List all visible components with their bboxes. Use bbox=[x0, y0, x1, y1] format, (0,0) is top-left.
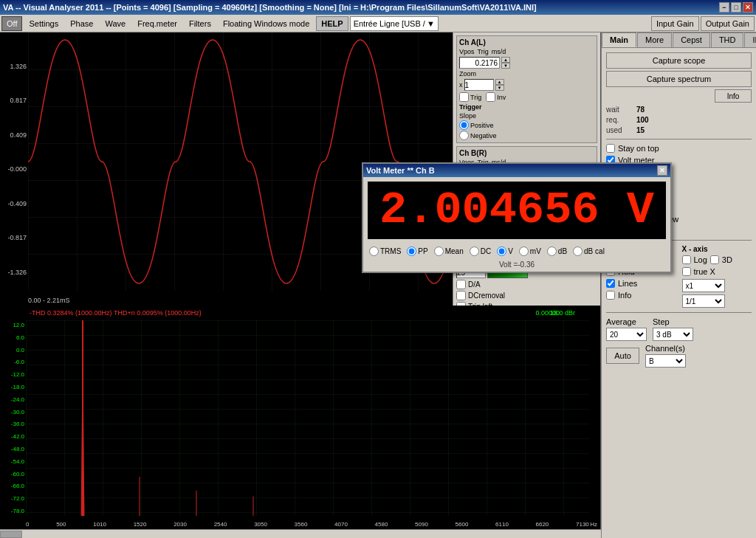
minimize-button[interactable]: − bbox=[719, 2, 729, 13]
dc-radio-input[interactable] bbox=[470, 246, 479, 256]
x-log-cb[interactable]: Log bbox=[682, 255, 707, 264]
x-3d-cb[interactable]: 3D bbox=[710, 255, 732, 264]
x-true-checkbox[interactable] bbox=[682, 267, 691, 276]
tab-imd[interactable]: IMD bbox=[744, 32, 756, 47]
spectrum-panel: -THD 0.3284% (1000.00Hz) THD+n 0.0095% (… bbox=[0, 306, 601, 529]
y-info-cb[interactable]: Info bbox=[606, 291, 676, 300]
close-button[interactable]: ✕ bbox=[743, 2, 753, 13]
x-ratio-select[interactable]: 1/1 bbox=[682, 294, 725, 308]
volt-meter-titlebar[interactable]: Volt Meter ** Ch B ✕ bbox=[363, 164, 670, 177]
ch-a-trig-checkbox[interactable] bbox=[459, 92, 469, 102]
ch-a-zoom-spin[interactable]: ▲ ▼ bbox=[495, 79, 504, 91]
tab-thd[interactable]: THD bbox=[711, 32, 744, 47]
used-label: used bbox=[606, 126, 632, 134]
ch-a-positive-input[interactable] bbox=[459, 120, 469, 130]
trms-radio-input[interactable] bbox=[369, 246, 379, 256]
dbcal-radio[interactable]: dB cal bbox=[573, 246, 605, 256]
v-radio[interactable]: V bbox=[497, 246, 513, 256]
da-checkbox[interactable] bbox=[456, 280, 466, 289]
ch-a-inv-checkbox[interactable] bbox=[486, 92, 495, 102]
v-radio-input[interactable] bbox=[497, 246, 506, 256]
ch-a-ms-down[interactable]: ▼ bbox=[501, 63, 510, 69]
y-lines-cb[interactable]: Lines bbox=[606, 279, 676, 288]
wave-button[interactable]: Wave bbox=[100, 16, 131, 31]
capture-scope-button[interactable]: Capture scope bbox=[606, 52, 752, 69]
auto-button[interactable]: Auto bbox=[606, 348, 639, 364]
ch-a-ms-spin[interactable]: ▲ ▼ bbox=[501, 57, 510, 69]
mean-radio[interactable]: Mean bbox=[434, 246, 464, 256]
input-gain-button[interactable]: Input Gain bbox=[651, 16, 699, 31]
capture-spectrum-button[interactable]: Capture spectrum bbox=[606, 71, 752, 87]
wait-value: 78 bbox=[636, 106, 645, 114]
x-true-cb[interactable]: true X bbox=[682, 267, 752, 276]
filters-button[interactable]: Filters bbox=[184, 16, 216, 31]
pp-radio[interactable]: PP bbox=[407, 246, 427, 256]
scroll-thumb[interactable] bbox=[0, 531, 22, 538]
spec-x-12: 6110 bbox=[495, 521, 509, 528]
channel-select[interactable]: B bbox=[645, 354, 686, 368]
stay-on-top-cb[interactable]: Stay on top bbox=[606, 144, 752, 153]
settings-button[interactable]: Settings bbox=[24, 16, 63, 31]
freq-meter-button[interactable]: Freq.meter bbox=[132, 16, 182, 31]
x-scale-select[interactable]: x1 bbox=[682, 279, 725, 292]
average-select[interactable]: 20 bbox=[606, 328, 647, 341]
spec-y-6: -24.0 bbox=[0, 396, 26, 403]
spec-y-13: -66.0 bbox=[0, 483, 26, 489]
x-axis-col: X - axis Log 3D true X bbox=[682, 245, 752, 308]
x-log-checkbox[interactable] bbox=[682, 255, 691, 264]
spec-x-2: 1010 bbox=[93, 521, 106, 528]
spec-y-8: -36.0 bbox=[0, 421, 26, 427]
ch-a-positive-radio[interactable]: Positive bbox=[459, 120, 594, 130]
step-select[interactable]: 3 dB bbox=[653, 328, 693, 341]
ch-a-zoom-up[interactable]: ▲ bbox=[495, 79, 504, 85]
ch-a-ms-up[interactable]: ▲ bbox=[501, 57, 510, 63]
ch-a-inv-cb[interactable]: Inv bbox=[486, 92, 506, 102]
maximize-button[interactable]: □ bbox=[731, 2, 741, 13]
ch-a-negative-radio[interactable]: Negative bbox=[459, 131, 594, 140]
output-gain-button[interactable]: Output Gain bbox=[701, 16, 755, 31]
wait-label: wait bbox=[606, 106, 632, 114]
phase-button[interactable]: Phase bbox=[65, 16, 98, 31]
off-button[interactable]: Off bbox=[1, 16, 22, 31]
spec-y-4: -12.0 bbox=[0, 371, 26, 378]
y-lines-checkbox[interactable] bbox=[606, 279, 615, 288]
dc-removal-cb[interactable]: DCremoval bbox=[456, 291, 597, 300]
mv-radio-input[interactable] bbox=[519, 246, 529, 256]
mv-radio[interactable]: mV bbox=[519, 246, 541, 256]
ch-a-zoom-down[interactable]: ▼ bbox=[495, 85, 504, 91]
y-info-checkbox[interactable] bbox=[606, 291, 615, 300]
tab-more[interactable]: More bbox=[637, 32, 672, 47]
help-button[interactable]: HELP bbox=[316, 16, 348, 31]
tab-main[interactable]: Main bbox=[602, 32, 636, 47]
floating-windows-button[interactable]: Floating Windows mode bbox=[218, 16, 315, 31]
x-3d-checkbox[interactable] bbox=[710, 255, 719, 264]
info-button[interactable]: Info bbox=[715, 89, 752, 103]
dbcal-radio-input[interactable] bbox=[573, 246, 583, 256]
volt-meter-close-button[interactable]: ✕ bbox=[657, 165, 667, 176]
stay-on-top-checkbox[interactable] bbox=[606, 144, 615, 153]
da-cb[interactable]: D/A bbox=[456, 280, 597, 289]
ch-a-zoom-input[interactable] bbox=[464, 79, 494, 91]
tab-cepst[interactable]: Cepst bbox=[673, 32, 710, 47]
ch-a-negative-input[interactable] bbox=[459, 131, 469, 140]
main-content: 1.326 0.817 0.409 -0.000 -0.409 -0.817 -… bbox=[0, 32, 756, 538]
input-dropdown[interactable]: Entrée Ligne [USB / ▼ bbox=[350, 16, 439, 31]
pp-radio-input[interactable] bbox=[407, 246, 416, 256]
db-radio-input[interactable] bbox=[547, 246, 557, 256]
left-area: 1.326 0.817 0.409 -0.000 -0.409 -0.817 -… bbox=[0, 32, 601, 538]
spec-x-11: 5600 bbox=[456, 521, 469, 528]
trms-radio[interactable]: TRMS bbox=[369, 246, 401, 256]
dc-removal-checkbox[interactable] bbox=[456, 291, 466, 300]
spec-y-5: -18.0 bbox=[0, 384, 26, 390]
bottom-scrollbar[interactable] bbox=[0, 529, 601, 538]
ch-a-trig-cb[interactable]: Trig bbox=[459, 92, 481, 102]
spec-x-3: 1520 bbox=[134, 521, 147, 528]
menu-bar: Off Settings Phase Wave Freq.meter Filte… bbox=[0, 15, 756, 32]
ch-a-zoom-label: Zoom bbox=[459, 70, 594, 77]
db-radio[interactable]: dB bbox=[547, 246, 567, 256]
ch-a-ms-input[interactable] bbox=[459, 57, 500, 69]
spectrum-chart bbox=[26, 320, 589, 516]
dropdown-arrow-icon[interactable]: ▼ bbox=[427, 19, 435, 28]
mean-radio-input[interactable] bbox=[434, 246, 444, 256]
dc-radio[interactable]: DC bbox=[470, 246, 491, 256]
